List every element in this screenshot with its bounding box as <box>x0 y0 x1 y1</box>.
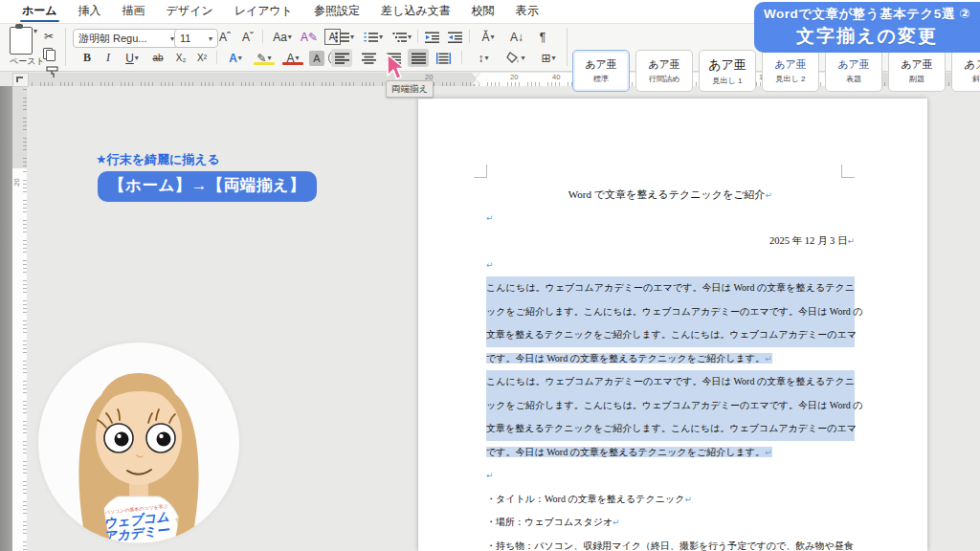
underline-button[interactable]: U ▾ <box>119 49 145 67</box>
char-shading-icon: A <box>309 51 324 66</box>
shading-button[interactable]: ▾ <box>501 49 530 67</box>
chevron-down-icon: ▾ <box>408 33 412 41</box>
grow-font-button[interactable]: Aˆ <box>214 28 235 46</box>
bold-button[interactable]: B <box>77 49 98 67</box>
style-heading1[interactable]: あア亜 見出し 1 <box>699 50 756 92</box>
tab-draw[interactable]: 描画 <box>112 0 156 23</box>
style-title[interactable]: あア亜 表題 <box>825 50 882 92</box>
strikethrough-icon: ab <box>152 53 163 63</box>
char-scale-icon: Ǎ <box>481 31 489 44</box>
vertical-ruler-text-area[interactable] <box>12 168 27 551</box>
italic-icon: I <box>106 51 110 65</box>
superscript-button[interactable]: X² <box>191 49 212 67</box>
style-sample: あア亜 <box>774 57 807 72</box>
change-case-button[interactable]: Aa ▾ <box>268 28 297 46</box>
hanging-indent-marker[interactable] <box>471 79 480 84</box>
justify-icon <box>412 53 426 64</box>
crop-mark-top-right <box>841 165 855 178</box>
paragraph-mark-icon: ↵ <box>847 236 855 246</box>
font-size-select[interactable]: 11 ▾ <box>174 29 218 48</box>
text-effects-icon: A <box>229 52 237 65</box>
decrease-indent-button[interactable] <box>421 28 442 46</box>
cut-button[interactable]: ✂ <box>40 27 57 45</box>
italic-button[interactable]: I <box>98 49 119 67</box>
document-page[interactable]: Word で文章を整えるテクニックをご紹介↵ ↵ 2025 年 12 月 3 日… <box>418 99 927 551</box>
strikethrough-button[interactable]: ab <box>147 49 168 67</box>
paragraph-mark-icon: ↵ <box>486 260 494 270</box>
chevron-down-icon: ▾ <box>288 33 292 41</box>
doc-empty-line: ↵ <box>486 207 855 231</box>
borders-icon: ⊞ <box>541 52 550 65</box>
distribute-icon <box>436 53 451 64</box>
style-no-spacing[interactable]: あア亜 行間詰め <box>635 50 693 92</box>
doc-bullet-line: ・タイトル：Word の文章を整えるテクニック↵ <box>486 488 855 512</box>
style-sample: あア亜 <box>585 57 617 72</box>
paragraph-mark-icon: ↵ <box>612 518 620 527</box>
distribute-button[interactable] <box>433 49 454 67</box>
chevron-down-icon: ▾ <box>209 34 212 43</box>
line-spacing-button[interactable]: ↕ ▾ <box>469 49 498 67</box>
doc-title: Word で文章を整えるテクニックをご紹介↵ <box>486 183 855 207</box>
char-shading-button[interactable]: A <box>306 49 327 67</box>
doc-selected-line: こんにちは。ウェブコムアカデミーのエマです。今日は Word の文章を整えるテク… <box>486 370 855 394</box>
tab-insert[interactable]: 挿入 <box>68 0 112 23</box>
font-name-select[interactable]: 游明朝 Regu... ▾ <box>73 29 180 48</box>
paragraph-mark-icon: ↵ <box>486 213 494 223</box>
font-name-value: 游明朝 Regu... <box>78 32 147 46</box>
tab-review[interactable]: 校閲 <box>461 0 505 23</box>
show-formatting-marks-button[interactable]: ¶ <box>532 28 553 46</box>
highlight-color-button[interactable]: ✎ ▾ <box>251 49 278 67</box>
paste-clipboard-icon <box>10 27 33 55</box>
chevron-down-icon: ▾ <box>484 54 488 62</box>
document-body[interactable]: Word で文章を整えるテクニックをご紹介↵ ↵ 2025 年 12 月 3 日… <box>486 183 855 551</box>
highlighter-icon: ✎ <box>256 52 266 65</box>
annotation-star-note: ★行末を綺麗に揃える <box>96 151 220 168</box>
style-normal[interactable]: あア亜 標準 <box>572 50 630 92</box>
decrease-indent-icon <box>425 32 439 43</box>
subscript-button[interactable]: X₂ <box>170 49 191 67</box>
numbered-list-button[interactable]: ▾ <box>360 28 387 46</box>
char-scale-button[interactable]: Ǎ ▾ <box>475 28 501 46</box>
format-painter-button[interactable] <box>44 63 61 81</box>
copy-icon <box>43 48 55 60</box>
tab-selector[interactable] <box>12 73 29 87</box>
borders-button[interactable]: ⊞ ▾ <box>534 49 563 67</box>
paragraph-mark-icon: ↵ <box>765 354 772 364</box>
multilevel-list-button[interactable]: ▾ <box>389 28 415 46</box>
text-effects-button[interactable]: A ▾ <box>222 49 249 67</box>
underline-icon: U <box>125 52 134 65</box>
copy-button[interactable] <box>40 45 57 63</box>
sort-button[interactable]: A↓ <box>505 28 528 46</box>
chevron-down-icon[interactable]: ▾ <box>33 27 37 35</box>
tab-home[interactable]: ホーム <box>11 0 68 23</box>
justify-button[interactable] <box>408 49 429 67</box>
align-center-icon <box>362 53 376 64</box>
bullet-list-button[interactable]: ▾ <box>331 28 358 46</box>
increase-indent-button[interactable] <box>444 28 465 46</box>
first-line-indent-marker[interactable] <box>471 73 480 78</box>
ruler-number: 20 <box>510 73 518 81</box>
doc-empty-line: ↵ <box>486 464 855 488</box>
tab-layout[interactable]: レイアウト <box>224 0 303 23</box>
style-label: 行間詰め <box>649 74 679 84</box>
styles-gallery: あア亜 標準 あア亜 行間詰め あア亜 見出し 1 あア亜 見出し 2 あア亜 … <box>572 50 980 92</box>
phonetic-guide-button[interactable]: A✎ <box>299 28 320 46</box>
align-center-button[interactable] <box>358 49 379 67</box>
doc-selected-line: 文章を整えるテクニックをご紹介します。こんにちは。ウェブコムアカデミーのエマ <box>486 417 855 441</box>
tab-mailings[interactable]: 差し込み文書 <box>370 0 461 23</box>
style-italic[interactable]: あア亜 斜体 <box>951 50 980 92</box>
style-heading2[interactable]: あア亜 見出し 2 <box>762 50 819 92</box>
tab-design[interactable]: デザイン <box>156 0 224 23</box>
style-label: 見出し 2 <box>776 74 806 84</box>
style-subtitle[interactable]: あア亜 副題 <box>888 50 946 92</box>
align-left-button[interactable] <box>331 49 352 67</box>
mouse-cursor-icon <box>385 54 408 82</box>
multilevel-list-icon <box>392 32 407 43</box>
tab-references[interactable]: 参照設定 <box>303 0 370 23</box>
font-color-button[interactable]: A ▾ <box>279 49 306 67</box>
shrink-font-button[interactable]: Aˇ <box>237 28 258 46</box>
tab-view[interactable]: 表示 <box>505 0 549 23</box>
bullet-list-icon <box>335 32 349 43</box>
banner-line2: 文字揃えの変更 <box>796 24 938 49</box>
doc-selected-line: こんにちは。ウェブコムアカデミーのエマです。今日は Word の文章を整えるテク… <box>486 276 855 300</box>
